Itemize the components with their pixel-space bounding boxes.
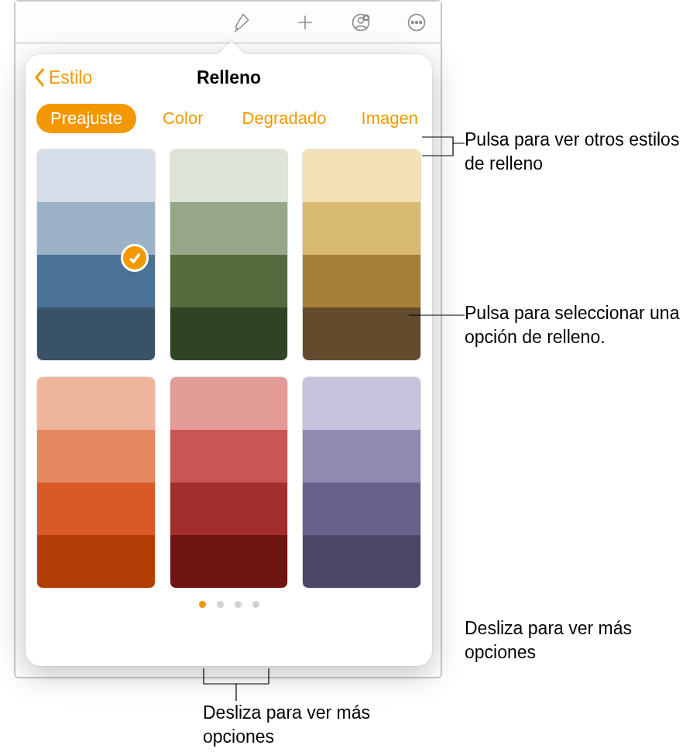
color-stripe (303, 307, 420, 360)
color-stripe (303, 482, 420, 535)
page-dot[interactable] (252, 601, 259, 608)
color-stripe (37, 482, 155, 535)
popover-nav: Estilo Relleno (26, 54, 432, 101)
color-stripe (303, 202, 420, 255)
tab-preset[interactable]: Preajuste (36, 104, 136, 133)
callout-text: Pulsa para ver otros estilos de relleno (465, 128, 689, 176)
preset-palette[interactable] (302, 376, 421, 589)
color-stripe (303, 255, 420, 307)
brush-icon[interactable] (228, 9, 255, 36)
tab-image[interactable]: Imagen (349, 104, 421, 133)
tab-gradient[interactable]: Degradado (230, 104, 339, 133)
callout-connector (197, 668, 275, 706)
svg-point-8 (411, 21, 413, 23)
color-stripe (303, 377, 420, 430)
page-dot[interactable] (199, 601, 206, 608)
device-frame: Estilo Relleno Preajuste Color Degradado… (14, 0, 442, 678)
color-stripe (303, 430, 420, 482)
callout-text: Desliza para ver más opciones (465, 616, 666, 664)
color-stripe (170, 430, 288, 482)
color-stripe (37, 307, 155, 360)
callout-text: Desliza para ver más opciones (203, 701, 404, 749)
color-stripe (37, 377, 155, 430)
preset-palette[interactable] (36, 149, 156, 361)
page-dot[interactable] (217, 601, 224, 608)
preset-palette[interactable] (302, 149, 421, 361)
page-dot[interactable] (235, 601, 242, 608)
callout-connector (409, 307, 465, 323)
plus-icon[interactable] (292, 9, 318, 36)
color-stripe (170, 482, 288, 535)
callout-text: Pulsa para seleccionar una opción de rel… (465, 301, 697, 349)
fill-tabs: Preajuste Color Degradado Imagen (26, 101, 432, 136)
color-stripe (303, 149, 420, 202)
preset-grid[interactable] (26, 136, 432, 592)
color-stripe (170, 377, 288, 430)
color-stripe (37, 149, 155, 202)
selected-checkmark-icon (121, 244, 149, 272)
callout-connector (422, 128, 465, 174)
page-indicator[interactable] (26, 601, 432, 619)
back-label: Estilo (49, 67, 92, 88)
toolbar (15, 2, 441, 43)
preset-palette[interactable] (170, 149, 289, 361)
svg-point-10 (420, 21, 422, 23)
preset-palette[interactable] (36, 376, 156, 589)
color-stripe (170, 202, 288, 255)
color-stripe (170, 307, 288, 360)
color-stripe (303, 535, 420, 588)
color-stripe (170, 149, 288, 202)
more-icon[interactable] (403, 9, 430, 36)
fill-popover: Estilo Relleno Preajuste Color Degradado… (26, 54, 432, 666)
svg-point-9 (416, 21, 418, 23)
color-stripe (170, 535, 288, 588)
svg-point-3 (359, 17, 364, 22)
tab-color[interactable]: Color (150, 104, 216, 133)
preset-palette[interactable] (170, 376, 289, 589)
back-button[interactable]: Estilo (33, 54, 92, 101)
color-stripe (170, 255, 288, 307)
add-person-icon[interactable] (348, 9, 374, 36)
chevron-left-icon (33, 67, 47, 88)
color-stripe (37, 430, 155, 482)
color-stripe (37, 535, 155, 588)
